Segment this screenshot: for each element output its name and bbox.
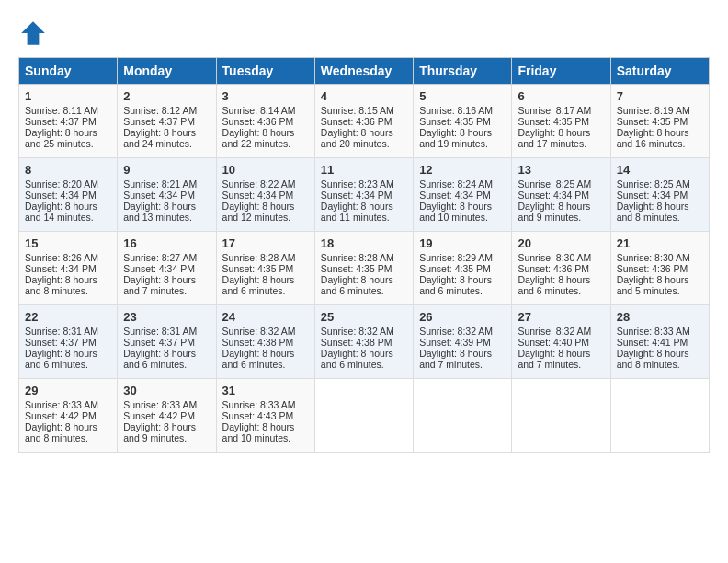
day-number: 19	[419, 236, 506, 250]
day-number: 29	[25, 384, 111, 397]
logo	[18, 18, 51, 48]
day-number: 18	[321, 236, 407, 250]
sunset-text: Sunset: 4:34 PM	[222, 190, 294, 201]
day-cell: 29Sunrise: 8:33 AMSunset: 4:42 PMDayligh…	[19, 379, 118, 453]
daylight-text: Daylight: 8 hours and 6 minutes.	[321, 348, 393, 370]
day-cell: 28Sunrise: 8:33 AMSunset: 4:41 PMDayligh…	[610, 305, 709, 379]
sunset-text: Sunset: 4:40 PM	[518, 337, 589, 348]
day-cell: 17Sunrise: 8:28 AMSunset: 4:35 PMDayligh…	[216, 232, 314, 305]
daylight-text: Daylight: 8 hours and 5 minutes.	[617, 274, 689, 296]
day-cell: 21Sunrise: 8:30 AMSunset: 4:36 PMDayligh…	[610, 232, 709, 305]
sunset-text: Sunset: 4:35 PM	[419, 116, 491, 127]
sunrise-text: Sunrise: 8:17 AM	[518, 105, 591, 116]
sunrise-text: Sunrise: 8:28 AM	[321, 252, 394, 263]
sunrise-text: Sunrise: 8:14 AM	[222, 105, 296, 116]
day-number: 20	[518, 236, 604, 250]
sunset-text: Sunset: 4:34 PM	[419, 190, 491, 201]
daylight-text: Daylight: 8 hours and 6 minutes.	[222, 274, 295, 296]
sunset-text: Sunset: 4:36 PM	[518, 263, 589, 274]
sunrise-text: Sunrise: 8:25 AM	[518, 178, 591, 190]
sunrise-text: Sunrise: 8:28 AM	[222, 252, 296, 263]
week-row-3: 15Sunrise: 8:26 AMSunset: 4:34 PMDayligh…	[19, 232, 710, 305]
day-cell	[610, 379, 709, 453]
sunrise-text: Sunrise: 8:16 AM	[419, 105, 493, 116]
day-cell: 26Sunrise: 8:32 AMSunset: 4:39 PMDayligh…	[414, 305, 512, 379]
day-number: 13	[518, 163, 604, 177]
day-cell: 30Sunrise: 8:33 AMSunset: 4:42 PMDayligh…	[118, 379, 216, 453]
sunrise-text: Sunrise: 8:21 AM	[123, 178, 197, 190]
day-number: 23	[123, 310, 210, 324]
daylight-text: Daylight: 8 hours and 7 minutes.	[123, 274, 196, 296]
sunset-text: Sunset: 4:35 PM	[419, 263, 491, 274]
day-number: 1	[25, 89, 111, 103]
week-row-2: 8Sunrise: 8:20 AMSunset: 4:34 PMDaylight…	[19, 158, 710, 232]
day-cell: 3Sunrise: 8:14 AMSunset: 4:36 PMDaylight…	[216, 85, 314, 158]
day-cell: 4Sunrise: 8:15 AMSunset: 4:36 PMDaylight…	[314, 85, 413, 158]
day-cell: 19Sunrise: 8:29 AMSunset: 4:35 PMDayligh…	[414, 232, 512, 305]
day-cell: 18Sunrise: 8:28 AMSunset: 4:35 PMDayligh…	[314, 232, 413, 305]
sunset-text: Sunset: 4:42 PM	[123, 410, 195, 421]
day-number: 7	[617, 89, 703, 103]
daylight-text: Daylight: 8 hours and 6 minutes.	[222, 348, 295, 370]
sunrise-text: Sunrise: 8:32 AM	[518, 326, 591, 337]
day-cell: 27Sunrise: 8:32 AMSunset: 4:40 PMDayligh…	[512, 305, 610, 379]
day-number: 2	[123, 89, 210, 103]
day-number: 9	[123, 163, 210, 177]
sunset-text: Sunset: 4:34 PM	[25, 190, 97, 201]
sunrise-text: Sunrise: 8:32 AM	[419, 326, 493, 337]
sunset-text: Sunset: 4:43 PM	[222, 410, 294, 421]
day-cell	[512, 379, 610, 453]
daylight-text: Daylight: 8 hours and 6 minutes.	[419, 274, 492, 296]
day-number: 28	[617, 310, 703, 324]
day-number: 3	[222, 89, 309, 103]
day-cell: 10Sunrise: 8:22 AMSunset: 4:34 PMDayligh…	[216, 158, 314, 232]
daylight-text: Daylight: 8 hours and 7 minutes.	[419, 348, 492, 370]
daylight-text: Daylight: 8 hours and 8 minutes.	[25, 421, 97, 443]
day-number: 17	[222, 236, 309, 250]
daylight-text: Daylight: 8 hours and 22 minutes.	[222, 127, 295, 149]
daylight-text: Daylight: 8 hours and 11 minutes.	[321, 201, 393, 223]
day-number: 6	[518, 89, 604, 103]
header-friday: Friday	[512, 58, 610, 85]
sunrise-text: Sunrise: 8:31 AM	[123, 326, 197, 337]
calendar-table: SundayMondayTuesdayWednesdayThursdayFrid…	[18, 57, 710, 453]
sunrise-text: Sunrise: 8:30 AM	[617, 252, 690, 263]
header-thursday: Thursday	[414, 58, 512, 85]
day-number: 10	[222, 163, 309, 177]
daylight-text: Daylight: 8 hours and 8 minutes.	[617, 201, 689, 223]
day-cell: 20Sunrise: 8:30 AMSunset: 4:36 PMDayligh…	[512, 232, 610, 305]
sunset-text: Sunset: 4:35 PM	[518, 116, 589, 127]
sunrise-text: Sunrise: 8:23 AM	[321, 178, 394, 190]
day-cell: 8Sunrise: 8:20 AMSunset: 4:34 PMDaylight…	[19, 158, 118, 232]
day-cell: 25Sunrise: 8:32 AMSunset: 4:38 PMDayligh…	[314, 305, 413, 379]
day-number: 5	[419, 89, 506, 103]
sunset-text: Sunset: 4:34 PM	[617, 190, 688, 201]
page-header	[18, 18, 710, 48]
header-sunday: Sunday	[19, 58, 118, 85]
day-number: 15	[25, 236, 111, 250]
sunrise-text: Sunrise: 8:32 AM	[222, 326, 296, 337]
sunset-text: Sunset: 4:35 PM	[321, 263, 392, 274]
sunrise-text: Sunrise: 8:25 AM	[617, 178, 690, 190]
sunset-text: Sunset: 4:35 PM	[222, 263, 294, 274]
day-cell: 1Sunrise: 8:11 AMSunset: 4:37 PMDaylight…	[19, 85, 118, 158]
daylight-text: Daylight: 8 hours and 10 minutes.	[222, 421, 295, 443]
sunrise-text: Sunrise: 8:27 AM	[123, 252, 197, 263]
sunrise-text: Sunrise: 8:33 AM	[123, 399, 197, 410]
daylight-text: Daylight: 8 hours and 8 minutes.	[25, 274, 97, 296]
daylight-text: Daylight: 8 hours and 9 minutes.	[123, 421, 196, 443]
daylight-text: Daylight: 8 hours and 25 minutes.	[25, 127, 97, 149]
day-cell: 2Sunrise: 8:12 AMSunset: 4:37 PMDaylight…	[118, 85, 216, 158]
sunrise-text: Sunrise: 8:22 AM	[222, 178, 296, 190]
week-row-4: 22Sunrise: 8:31 AMSunset: 4:37 PMDayligh…	[19, 305, 710, 379]
day-number: 30	[123, 384, 210, 397]
sunrise-text: Sunrise: 8:19 AM	[617, 105, 690, 116]
daylight-text: Daylight: 8 hours and 6 minutes.	[25, 348, 97, 370]
daylight-text: Daylight: 8 hours and 17 minutes.	[518, 127, 590, 149]
sunrise-text: Sunrise: 8:24 AM	[419, 178, 493, 190]
day-cell	[314, 379, 413, 453]
sunset-text: Sunset: 4:37 PM	[25, 337, 97, 348]
daylight-text: Daylight: 8 hours and 6 minutes.	[518, 274, 590, 296]
svg-marker-0	[21, 21, 45, 45]
sunrise-text: Sunrise: 8:33 AM	[617, 326, 690, 337]
